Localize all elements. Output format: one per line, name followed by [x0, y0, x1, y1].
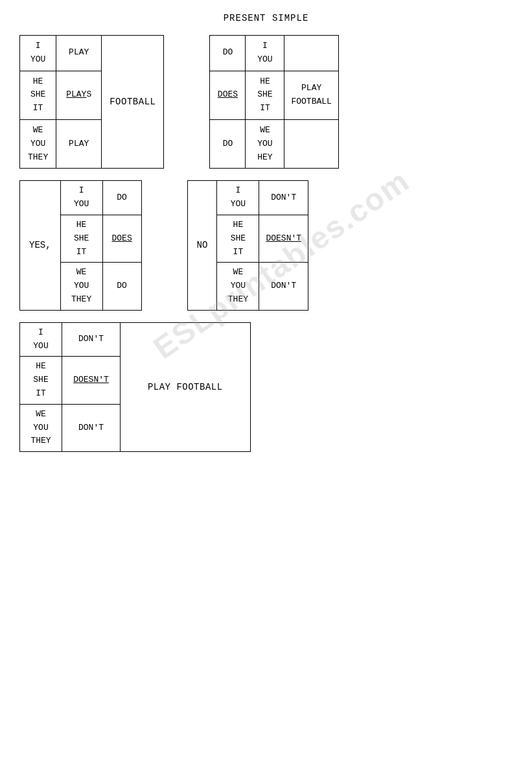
yes-table: YES, I YOU DO HE SHE IT DOES WE YOU THEY…: [19, 180, 142, 310]
verb-cell: [284, 119, 338, 168]
table-row: I YOU PLAY FOOTBALL: [20, 36, 164, 71]
aux-cell: DON'T: [259, 181, 308, 215]
subject-cell: HE SHE IT: [246, 71, 284, 119]
object-table: PLAY FOOTBALL: [121, 322, 251, 452]
subject-cell: I YOU: [60, 181, 102, 215]
table-row: DO WE YOU HEY: [210, 119, 338, 168]
subject-cell: WE YOU THEY: [217, 263, 259, 310]
verb-cell: PLAY FOOTBALL: [284, 71, 338, 119]
aux-cell: DON'T: [62, 322, 121, 357]
question-table: DO I YOU DOES HE SHE IT PLAY FOOTBALL DO…: [209, 35, 338, 169]
subject-cell: HE SHE IT: [217, 215, 259, 262]
verb-cell: PLAY: [56, 36, 102, 71]
aux-cell: DO: [210, 36, 246, 71]
label-cell: YES,: [20, 181, 61, 310]
table-row: HE SHE IT DOESN'T: [20, 357, 121, 404]
subject-cell: WE YOU THEY: [60, 263, 102, 310]
aux-cell: DOESN'T: [62, 357, 121, 404]
verb-cell: PLAY: [56, 119, 102, 168]
aux-cell: DOES: [210, 71, 246, 119]
subject-cell: I YOU: [217, 181, 259, 215]
object-cell: PLAY FOOTBALL: [121, 322, 250, 451]
section2: YES, I YOU DO HE SHE IT DOES WE YOU THEY…: [19, 180, 513, 310]
no-table: NO I YOU DON'T HE SHE IT DOESN'T WE YOU …: [187, 180, 308, 310]
subject-cell: I YOU: [20, 322, 62, 357]
subject-cell: I YOU: [246, 36, 284, 71]
label-cell: NO: [187, 181, 217, 310]
table-row: I YOU DON'T: [20, 322, 121, 357]
object-cell: FOOTBALL: [102, 36, 164, 169]
verb-cell: PLAYS: [56, 71, 102, 119]
affirm-table: I YOU PLAY FOOTBALL HE SHE IT PLAYS WE Y…: [19, 35, 164, 169]
aux-cell: DO: [102, 181, 141, 215]
table-row: YES, I YOU DO: [20, 181, 142, 215]
subject-cell: HE SHE IT: [60, 215, 102, 262]
subject-cell: HE SHE IT: [20, 71, 56, 119]
section1: I YOU PLAY FOOTBALL HE SHE IT PLAYS WE Y…: [19, 35, 513, 169]
subject-cell: HE SHE IT: [20, 357, 62, 404]
subject-cell: WE YOU THEY: [20, 119, 56, 168]
aux-cell: DOES: [102, 215, 141, 262]
table-row: NO I YOU DON'T: [187, 181, 308, 215]
aux-cell: DON'T: [62, 404, 121, 451]
section3: I YOU DON'T HE SHE IT DOESN'T WE YOU THE…: [19, 322, 513, 452]
negative-table: I YOU DON'T HE SHE IT DOESN'T WE YOU THE…: [19, 322, 121, 452]
page-title: PRESENT SIMPLE: [19, 13, 513, 23]
subject-cell: WE YOU HEY: [246, 119, 284, 168]
table-row: DOES HE SHE IT PLAY FOOTBALL: [210, 71, 338, 119]
table-row: DO I YOU: [210, 36, 338, 71]
verb-cell: [284, 36, 338, 71]
subject-cell: WE YOU THEY: [20, 404, 62, 451]
aux-cell: DO: [102, 263, 141, 310]
aux-cell: DOESN'T: [259, 215, 308, 262]
aux-cell: DON'T: [259, 263, 308, 310]
aux-cell: DO: [210, 119, 246, 168]
subject-cell: I YOU: [20, 36, 56, 71]
table-row: WE YOU THEY DON'T: [20, 404, 121, 451]
